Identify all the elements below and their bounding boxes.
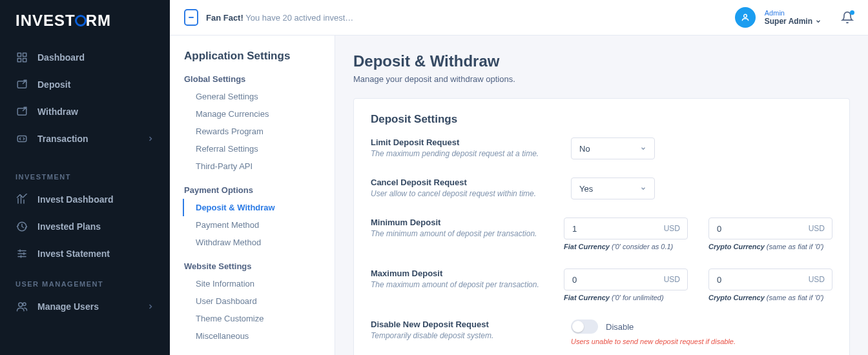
field-label: Cancel Deposit Request: [371, 178, 571, 187]
funfact-text: Fan Fact! You have 20 actived invest…: [206, 13, 353, 23]
settings-link-theme-customize[interactable]: Theme Customize: [184, 310, 320, 327]
swap-icon: [16, 132, 28, 145]
settings-sidebar: Application Settings Global SettingsGene…: [170, 36, 335, 355]
settings-link-manage-currencies[interactable]: Manage Currencies: [184, 105, 320, 123]
sidebar-item-transaction[interactable]: Transaction: [0, 125, 170, 152]
field-note: Crypto Currency (same as fiat if '0'): [708, 243, 832, 250]
field-minimum-deposit: Minimum Deposit The minimum amount of de…: [371, 218, 832, 250]
field-label: Disable New Deposit Request: [371, 320, 571, 329]
sidebar-item-withdraw[interactable]: Withdraw: [0, 98, 170, 125]
currency-suffix: USD: [809, 218, 825, 239]
warning-text: Users unable to send new deposit request…: [571, 338, 832, 345]
field-label: Minimum Deposit: [371, 218, 564, 227]
svg-rect-8: [17, 136, 26, 142]
field-maximum-deposit: Maximum Deposit The maximum amount of de…: [371, 269, 832, 301]
settings-link-general-settings[interactable]: General Settings: [184, 88, 320, 105]
grid-icon: [16, 51, 28, 64]
settings-group-heading: Payment Options: [184, 185, 320, 195]
chevron-down-icon: [640, 185, 646, 192]
content: Deposit & Withdraw Manage your deposit a…: [335, 36, 868, 355]
main-sidebar: INVESTRM DashboardDepositWithdrawTransac…: [0, 0, 170, 355]
deposit-settings-card: Deposit Settings Limit Deposit Request T…: [353, 98, 850, 355]
funfact-label: Fan Fact!: [206, 13, 243, 23]
sidebar-item-label: Invest Statement: [37, 249, 110, 259]
cancel-deposit-select[interactable]: Yes: [571, 178, 655, 199]
user-role: Admin: [765, 9, 822, 17]
settings-group-heading: Global Settings: [184, 74, 320, 84]
currency-suffix: USD: [809, 269, 825, 290]
sidebar-item-invested-plans[interactable]: Invested Plans: [0, 213, 170, 240]
notifications-button[interactable]: [841, 11, 854, 24]
settings-link-miscellaneous[interactable]: Miscellaneous: [184, 327, 320, 345]
field-hint: Temporarily disable deposit system.: [371, 331, 571, 340]
field-hint: The maximum pending deposit request at a…: [371, 149, 571, 158]
sidebar-item-label: Dashboard: [37, 52, 85, 63]
logo-text: INVESTRM: [16, 12, 111, 29]
limit-deposit-select[interactable]: No: [571, 137, 655, 159]
chevron-right-icon: [147, 303, 154, 310]
settings-link-referral-settings[interactable]: Referral Settings: [184, 140, 320, 157]
svg-rect-0: [17, 53, 21, 56]
svg-rect-2: [17, 59, 21, 62]
currency-suffix: USD: [664, 218, 680, 239]
cycle-icon: [16, 220, 28, 233]
sidebar-heading: USER MANAGEMENT: [0, 267, 170, 293]
sidebar-item-label: Deposit: [37, 79, 70, 90]
svg-point-20: [23, 303, 26, 306]
settings-group-heading: Website Settings: [184, 261, 320, 271]
sidebar-item-deposit[interactable]: Deposit: [0, 71, 170, 98]
field-label: Limit Deposit Request: [371, 137, 571, 147]
sidebar-item-manage-users[interactable]: Manage Users: [0, 293, 170, 320]
user-name: Super Admin: [765, 17, 812, 26]
topbar: Fan Fact! You have 20 actived invest… Ad…: [170, 0, 868, 36]
notification-dot: [850, 10, 854, 15]
disable-deposit-toggle[interactable]: [571, 320, 598, 334]
svg-rect-1: [23, 53, 26, 56]
sidebar-item-dashboard[interactable]: Dashboard: [0, 44, 170, 71]
settings-link-payment-method[interactable]: Payment Method: [184, 216, 320, 234]
field-note: Fiat Currency ('0' consider as 0.1): [564, 243, 688, 250]
card-title: Deposit Settings: [371, 113, 832, 126]
sidebar-item-label: Withdraw: [37, 107, 78, 117]
settings-link-rewards-program[interactable]: Rewards Program: [184, 123, 320, 140]
settings-link-user-dashboard[interactable]: User Dashboard: [184, 292, 320, 310]
sidebar-item-label: Invest Dashboard: [37, 194, 113, 205]
sidebar-item-invest-dashboard[interactable]: Invest Dashboard: [0, 186, 170, 213]
user-menu[interactable]: Admin Super Admin: [765, 9, 822, 26]
field-label: Maximum Deposit: [371, 269, 564, 278]
sidebar-item-label: Invested Plans: [37, 221, 101, 232]
settings-link-withdraw-method[interactable]: Withdraw Method: [184, 234, 320, 251]
chevron-right-icon: [147, 135, 154, 143]
avatar[interactable]: [735, 7, 756, 28]
field-note: Crypto Currency (same as fiat if '0'): [708, 294, 832, 301]
chevron-down-icon: [815, 18, 822, 25]
field-cancel-deposit: Cancel Deposit Request User allow to can…: [371, 178, 832, 199]
settings-link-site-information[interactable]: Site Information: [184, 275, 320, 292]
svg-rect-3: [23, 59, 26, 62]
svg-point-19: [19, 303, 23, 307]
field-hint: User allow to cancel deposit request wit…: [371, 189, 571, 198]
chevron-down-icon: [640, 145, 646, 152]
settings-link-deposit-withdraw[interactable]: Deposit & Withdraw: [183, 199, 320, 216]
select-value: Yes: [579, 184, 593, 194]
settings-title: Application Settings: [184, 50, 320, 63]
field-note: Fiat Currency ('0' for unlimited): [564, 294, 688, 301]
toggle-label: Disable: [606, 322, 634, 332]
field-hint: The minimum amount of deposit per transa…: [371, 229, 564, 238]
main-nav: DashboardDepositWithdrawTransaction: [0, 36, 170, 160]
logo: INVESTRM: [0, 0, 170, 36]
deposit-icon: [16, 78, 28, 91]
sidebar-item-label: Transaction: [37, 134, 88, 144]
stats-icon: [16, 193, 28, 206]
settings-link-third-party-api[interactable]: Third-Party API: [184, 157, 320, 175]
withdraw-icon: [16, 105, 28, 118]
users-icon: [16, 300, 28, 313]
funfact-icon: [184, 9, 198, 26]
field-limit-deposit: Limit Deposit Request The maximum pendin…: [371, 137, 832, 159]
sidebar-item-invest-statement[interactable]: Invest Statement: [0, 240, 170, 267]
select-value: No: [579, 144, 590, 154]
page-title: Deposit & Withdraw: [353, 52, 850, 70]
currency-suffix: USD: [664, 269, 680, 290]
sidebar-heading: INVESTMENT: [0, 160, 170, 186]
svg-point-21: [743, 14, 747, 17]
